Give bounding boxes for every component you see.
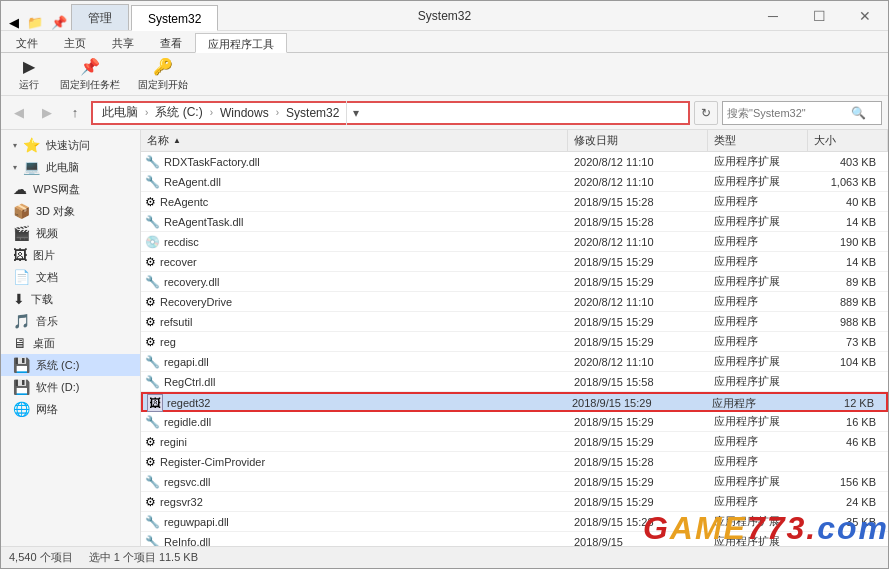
file-name: recover [160,256,197,268]
title-bar: ◀ 📁 📌 管理 System32 System32 ─ ☐ ✕ [1,1,888,31]
search-input[interactable] [727,107,847,119]
sidebar-item-video[interactable]: 🎬 视频 [1,222,140,244]
table-row[interactable]: 🔧regsvc.dll2018/9/15 15:29应用程序扩展156 KB [141,472,888,492]
table-row[interactable]: ⚙regsvr322018/9/15 15:29应用程序24 KB [141,492,888,512]
table-row[interactable]: ⚙regini2018/9/15 15:29应用程序46 KB [141,432,888,452]
maximize-button[interactable]: ☐ [796,1,842,30]
sidebar-item-documents[interactable]: 📄 文档 [1,266,140,288]
col-type[interactable]: 类型 [708,130,808,151]
tab-manage[interactable]: 管理 [71,4,129,30]
table-row[interactable]: 🔧ReInfo.dll2018/9/15应用程序扩展 [141,532,888,546]
file-icon: ⚙ [145,435,156,449]
up-button[interactable]: ↑ [63,101,87,125]
ribbon-start-btn[interactable]: 🔑 固定到开始 [131,54,195,95]
table-row[interactable]: ⚙Register-CimProvider2018/9/15 15:28应用程序 [141,452,888,472]
sidebar-item-system-c[interactable]: 💾 系统 (C:) [1,354,140,376]
sidebar-item-quick-access[interactable]: ▾ ⭐ 快速访问 [1,134,140,156]
file-date: 2018/9/15 15:58 [568,376,708,388]
sidebar-item-software-d[interactable]: 💾 软件 (D:) [1,376,140,398]
table-row[interactable]: 🖼regedt322018/9/15 15:29应用程序12 KB [141,392,888,412]
table-row[interactable]: ⚙RecoveryDrive2020/8/12 11:10应用程序889 KB [141,292,888,312]
address-path[interactable]: 此电脑 › 系统 (C:) › Windows › System32 ▾ [91,101,690,125]
table-row[interactable]: ⚙ReAgentc2018/9/15 15:28应用程序40 KB [141,192,888,212]
file-icon: 🖼 [147,394,163,412]
back-icon[interactable]: ◀ [5,15,23,30]
ribbon-tab-home[interactable]: 主页 [51,32,99,52]
sidebar-item-downloads[interactable]: ⬇ 下载 [1,288,140,310]
sidebar-item-network[interactable]: 🌐 网络 [1,398,140,420]
file-date: 2020/8/12 11:10 [568,176,708,188]
sidebar-3d-label: 3D 对象 [36,204,75,219]
file-date: 2018/9/15 15:29 [566,397,706,409]
col-size[interactable]: 大小 [808,130,888,151]
ribbon-tab-tools[interactable]: 应用程序工具 [195,33,287,53]
col-name[interactable]: 名称 ▲ [141,130,568,151]
ribbon-tab-file[interactable]: 文件 [3,32,51,52]
file-size: 1,063 KB [808,176,888,188]
sidebar-item-desktop[interactable]: 🖥 桌面 [1,332,140,354]
file-icon: ⚙ [145,335,156,349]
table-row[interactable]: 🔧regapi.dll2020/8/12 11:10应用程序扩展104 KB [141,352,888,372]
file-name: ReAgentc [160,196,208,208]
table-row[interactable]: 🔧regidle.dll2018/9/15 15:29应用程序扩展16 KB [141,412,888,432]
file-type: 应用程序扩展 [708,214,808,229]
path-arrow-3: › [276,107,279,118]
close-button[interactable]: ✕ [842,1,888,30]
file-date: 2018/9/15 15:29 [568,256,708,268]
col-date[interactable]: 修改日期 [568,130,708,151]
sidebar-item-this-pc[interactable]: ▾ 💻 此电脑 [1,156,140,178]
file-icon: 🔧 [145,535,160,547]
file-type: 应用程序 [708,234,808,249]
file-icon: 🔧 [145,475,160,489]
start-icon: 🔑 [153,57,173,76]
file-date: 2018/9/15 15:29 [568,276,708,288]
sidebar-item-wps[interactable]: ☁ WPS网盘 [1,178,140,200]
table-row[interactable]: 🔧RDXTaskFactory.dll2020/8/12 11:10应用程序扩展… [141,152,888,172]
path-windows[interactable]: Windows [217,105,272,121]
sidebar-item-pictures[interactable]: 🖼 图片 [1,244,140,266]
refresh-button[interactable]: ↻ [694,101,718,125]
run-label: 运行 [19,78,39,92]
table-row[interactable]: 🔧RegCtrl.dll2018/9/15 15:58应用程序扩展 [141,372,888,392]
file-date: 2018/9/15 15:28 [568,216,708,228]
pin-icon[interactable]: 📌 [47,15,71,30]
sidebar-item-music[interactable]: 🎵 音乐 [1,310,140,332]
downloads-icon: ⬇ [13,291,25,307]
tab-system32[interactable]: System32 [131,5,218,31]
file-name-cell: ⚙ReAgentc [141,195,568,209]
forward-button[interactable]: ▶ [35,101,59,125]
table-row[interactable]: 🔧reguwpapi.dll2018/9/15 15:28应用程序扩展35 KB [141,512,888,532]
quick-access-icon: ⭐ [23,137,40,153]
file-name-cell: 🔧ReInfo.dll [141,535,568,547]
address-dropdown-btn[interactable]: ▾ [346,101,364,125]
table-row[interactable]: 🔧ReAgent.dll2020/8/12 11:10应用程序扩展1,063 K… [141,172,888,192]
back-button[interactable]: ◀ [7,101,31,125]
file-name: refsutil [160,316,192,328]
pictures-icon: 🖼 [13,247,27,263]
ribbon-tab-view[interactable]: 查看 [147,32,195,52]
table-row[interactable]: 🔧recovery.dll2018/9/15 15:29应用程序扩展89 KB [141,272,888,292]
ribbon-run-btn[interactable]: ▶ 运行 [9,54,49,95]
table-row[interactable]: 💿recdisc2020/8/12 11:10应用程序190 KB [141,232,888,252]
table-row[interactable]: ⚙refsutil2018/9/15 15:29应用程序988 KB [141,312,888,332]
file-list[interactable]: 名称 ▲ 修改日期 类型 大小 🔧RDXTaskFactory.dll2020/… [141,130,888,546]
table-row[interactable]: ⚙recover2018/9/15 15:29应用程序14 KB [141,252,888,272]
sidebar-item-3d[interactable]: 📦 3D 对象 [1,200,140,222]
file-name-cell: 🔧RegCtrl.dll [141,375,568,389]
sidebar-quick-access-label: 快速访问 [46,138,90,153]
file-type: 应用程序 [708,194,808,209]
path-system32[interactable]: System32 [283,105,342,121]
sidebar-desktop-label: 桌面 [33,336,55,351]
table-row[interactable]: ⚙reg2018/9/15 15:29应用程序73 KB [141,332,888,352]
ribbon-tab-share[interactable]: 共享 [99,32,147,52]
search-box[interactable]: 🔍 [722,101,882,125]
ribbon-pin-btn[interactable]: 📌 固定到任务栏 [53,54,127,95]
search-icon[interactable]: 🔍 [851,106,866,120]
sidebar-pc-label: 此电脑 [46,160,79,175]
path-pc[interactable]: 此电脑 [99,103,141,122]
table-row[interactable]: 🔧ReAgentTask.dll2018/9/15 15:28应用程序扩展14 … [141,212,888,232]
minimize-button[interactable]: ─ [750,1,796,30]
sidebar-pictures-label: 图片 [33,248,55,263]
path-c[interactable]: 系统 (C:) [152,103,205,122]
folder-icon[interactable]: 📁 [23,15,47,30]
